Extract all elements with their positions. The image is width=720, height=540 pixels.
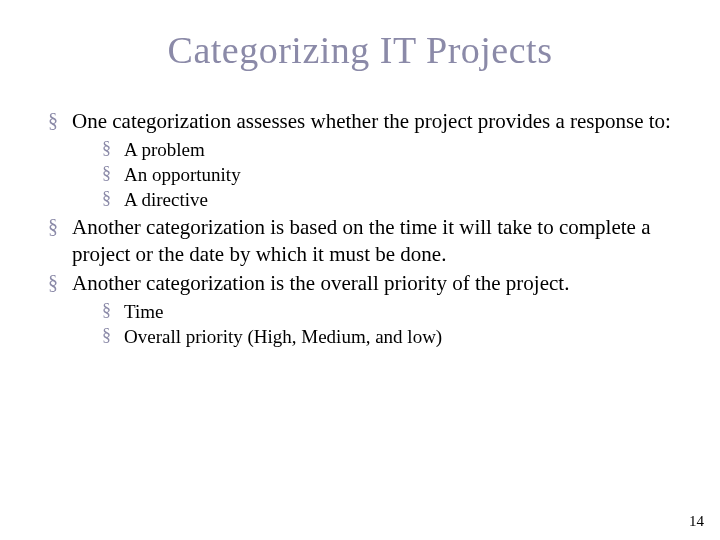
bullet-list: One categorization assesses whether the … [44,108,676,349]
sub-bullet-list: Time Overall priority (High, Medium, and… [72,299,676,349]
bullet-text: Another categorization is based on the t… [72,215,650,266]
sub-bullet-item: A directive [100,187,676,212]
bullet-item: One categorization assesses whether the … [44,108,676,212]
bullet-text: One categorization assesses whether the … [72,109,671,133]
bullet-item: Another categorization is the overall pr… [44,270,676,349]
bullet-item: Another categorization is based on the t… [44,214,676,268]
sub-bullet-text: Overall priority (High, Medium, and low) [124,326,442,347]
sub-bullet-item: An opportunity [100,162,676,187]
page-number: 14 [689,513,704,530]
sub-bullet-text: Time [124,301,163,322]
slide-title: Categorizing IT Projects [44,28,676,72]
slide: Categorizing IT Projects One categorizat… [0,0,720,540]
bullet-text: Another categorization is the overall pr… [72,271,569,295]
sub-bullet-item: Overall priority (High, Medium, and low) [100,324,676,349]
sub-bullet-item: Time [100,299,676,324]
sub-bullet-item: A problem [100,137,676,162]
sub-bullet-text: An opportunity [124,164,241,185]
sub-bullet-text: A directive [124,189,208,210]
sub-bullet-text: A problem [124,139,205,160]
sub-bullet-list: A problem An opportunity A directive [72,137,676,212]
